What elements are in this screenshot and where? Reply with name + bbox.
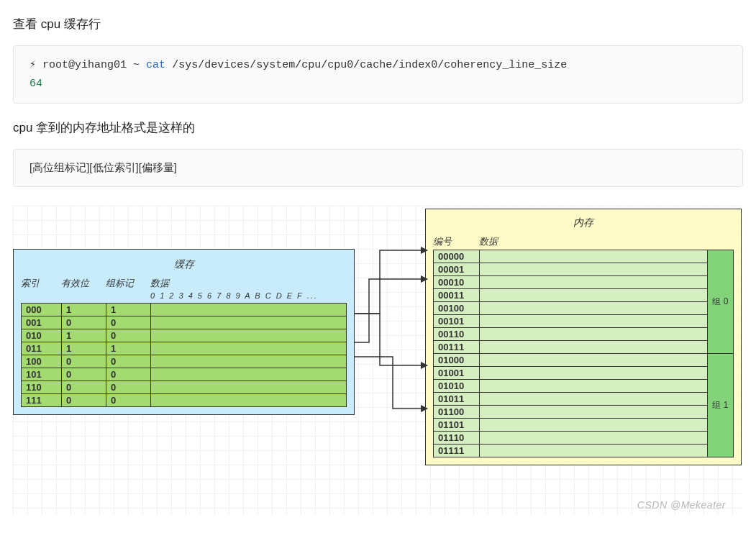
table-row: 01000 [434, 354, 708, 367]
table-row: 10100 [22, 368, 347, 381]
memory-header-row: 编号 数据 [433, 235, 734, 248]
code-block: ⚡ root@yihang01 ~ cat /sys/devices/syste… [13, 45, 743, 104]
heading-cache-line: 查看 cpu 缓存行 [13, 16, 743, 32]
table-row: 01001 [434, 367, 708, 380]
table-row: 01100 [434, 406, 708, 419]
table-row: 01111 [22, 342, 347, 355]
table-row: 00101 [434, 315, 708, 328]
table-row: 01011 [434, 393, 708, 406]
command-path: /sys/devices/system/cpu/cpu0/cache/index… [172, 59, 567, 71]
table-row: 01101 [434, 419, 708, 432]
cache-data-columns: 0 1 2 3 4 5 6 7 8 9 A B C D E F ... [150, 291, 347, 300]
memory-header-data: 数据 [479, 235, 734, 248]
table-row: 01111 [434, 445, 708, 457]
group-1-label: 组 1 [708, 354, 734, 457]
table-row: 00000 [434, 250, 708, 263]
table-row: 00100 [22, 316, 347, 329]
table-row: 00001 [434, 263, 708, 276]
cache-header-valid: 有效位 [61, 277, 106, 290]
cache-header-index: 索引 [21, 277, 61, 290]
cache-table: 00011 00100 01010 01111 10000 10100 1100… [21, 303, 347, 407]
cache-memory-diagram: 缓存 索引 有效位 组标记 数据 0 1 2 3 4 5 6 7 8 9 A B… [13, 206, 743, 515]
table-row: 00111 [434, 341, 708, 354]
command-output: 64 [29, 78, 42, 90]
watermark: CSDN @Mekeater [637, 499, 726, 511]
cache-title: 缓存 [21, 258, 347, 271]
memory-table: 00000 00001 00010 00011 00100 00101 0011… [433, 250, 708, 457]
cache-header-data: 数据 [150, 277, 347, 290]
table-row: 00011 [434, 289, 708, 302]
table-row: 10000 [22, 355, 347, 368]
heading-address-format: cpu 拿到的内存地址格式是这样的 [13, 119, 743, 136]
cache-header-tag: 组标记 [106, 277, 150, 290]
table-row: 11000 [22, 381, 347, 394]
memory-header-id: 编号 [433, 235, 479, 248]
cache-panel: 缓存 索引 有效位 组标记 数据 0 1 2 3 4 5 6 7 8 9 A B… [13, 249, 355, 415]
shell-prompt: root@yihang01 ~ [42, 59, 140, 71]
table-row: 00011 [22, 304, 347, 316]
group-column: 组 0 组 1 [708, 250, 734, 457]
table-row: 11100 [22, 394, 347, 407]
table-row: 00010 [434, 276, 708, 289]
table-row: 01010 [434, 380, 708, 393]
table-row: 01110 [434, 432, 708, 445]
group-0-label: 组 0 [708, 250, 734, 354]
prompt-glyph: ⚡ [29, 59, 36, 71]
address-format-block: [高位组标记][低位索引][偏移量] [13, 149, 743, 187]
table-row: 00110 [434, 328, 708, 341]
command: cat [146, 59, 165, 71]
table-row: 00100 [434, 302, 708, 315]
memory-panel: 内存 编号 数据 00000 00001 00010 00011 00100 0… [425, 209, 742, 465]
cache-header-row: 索引 有效位 组标记 数据 [21, 277, 347, 290]
table-row: 01010 [22, 329, 347, 342]
memory-title: 内存 [433, 217, 734, 229]
